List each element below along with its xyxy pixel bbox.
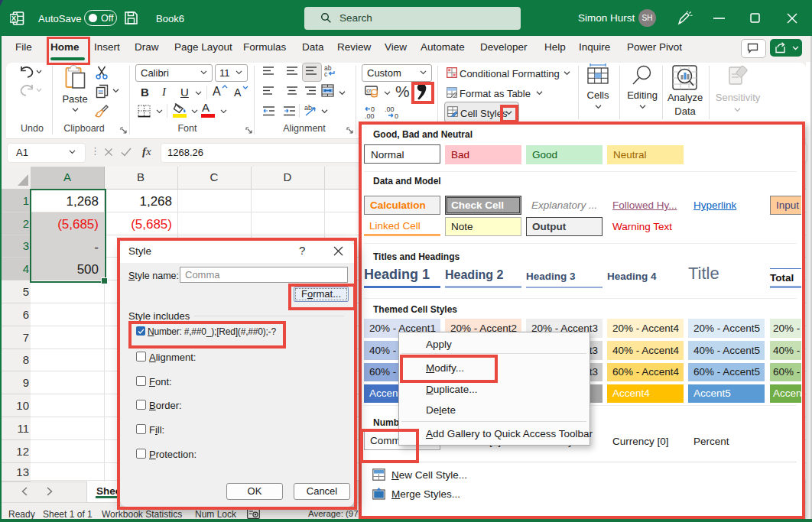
svg-text:0: 0 <box>395 112 398 119</box>
svg-text:cr: cr <box>366 87 372 94</box>
svg-text:.00: .00 <box>365 112 375 119</box>
svg-text:.00: .00 <box>385 105 395 113</box>
svg-text:X: X <box>11 14 17 22</box>
svg-text:ab: ab <box>304 104 312 112</box>
